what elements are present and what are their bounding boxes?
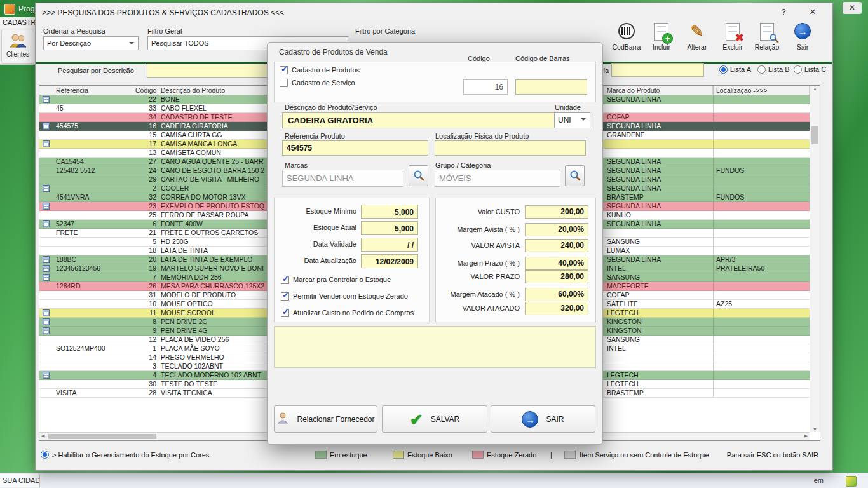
grid-header-brand: Marca do Produto bbox=[604, 86, 713, 95]
price-field-value[interactable]: 200,00 bbox=[525, 205, 588, 219]
edit-icon: ✎ bbox=[691, 21, 704, 40]
list-radio-label: Lista C bbox=[804, 65, 826, 73]
grid-cell-ic bbox=[39, 353, 53, 362]
checkbox-permitir-vender-com-estoque-zerado[interactable]: Permitir Vender com Estoque Zerado bbox=[281, 291, 408, 301]
grid-cell-loc bbox=[713, 344, 810, 353]
price-field-value[interactable]: 320,00 bbox=[525, 302, 588, 315]
price-field-value[interactable]: 20,00% bbox=[525, 223, 588, 236]
people-icon bbox=[8, 32, 27, 51]
vertical-scrollbar[interactable]: ▲ ▼ bbox=[810, 86, 820, 432]
grid-cell-ref bbox=[53, 175, 135, 184]
tray-icon[interactable] bbox=[846, 476, 857, 487]
grid-cell-ref: 125482 5512 bbox=[53, 166, 135, 175]
grid-cell-ref bbox=[53, 211, 135, 219]
grupo-search-button[interactable] bbox=[565, 165, 585, 186]
grid-cell-cod: 26 bbox=[135, 282, 158, 290]
grid-cell-cod: 1 bbox=[135, 344, 158, 353]
unidade-select[interactable]: UNI bbox=[554, 112, 590, 128]
codigo-barras-field[interactable] bbox=[515, 79, 587, 95]
scroll-up-icon[interactable]: ▲ bbox=[810, 86, 820, 91]
notes-field[interactable] bbox=[274, 326, 596, 368]
horizontal-scroll-thumb[interactable] bbox=[48, 434, 156, 439]
tray-text: em bbox=[814, 477, 824, 484]
grid-cell-ref: 45 bbox=[53, 104, 135, 112]
grid-cell-loc bbox=[713, 362, 810, 370]
codbarra-button[interactable]: CodBarra bbox=[610, 21, 643, 60]
stock-field-value[interactable]: / / bbox=[361, 238, 418, 252]
checkbox-label: Marcar pra Controlar o Estoque bbox=[293, 276, 391, 283]
grid-cell-loc bbox=[713, 211, 810, 219]
grid-cell-ref: VISITA bbox=[53, 389, 135, 397]
incluir-button[interactable]: +Incluir bbox=[645, 21, 678, 60]
stock-control-icon bbox=[43, 220, 50, 227]
referencia-input[interactable]: 454575 bbox=[282, 140, 428, 156]
grid-cell-marca: SANSUNG bbox=[604, 238, 713, 246]
search-icon bbox=[569, 170, 581, 181]
order-select[interactable]: Por Descrição bbox=[43, 36, 139, 50]
marcas-search-button[interactable] bbox=[409, 165, 428, 186]
grid-cell-ic bbox=[39, 202, 53, 210]
checkbox-checked-icon bbox=[281, 309, 289, 317]
barcode-icon bbox=[618, 23, 635, 39]
vertical-scroll-thumb[interactable] bbox=[811, 126, 818, 144]
sair-dialog-button[interactable]: →SAIR bbox=[491, 405, 595, 433]
list-radio-lista-b[interactable]: Lista B bbox=[757, 65, 790, 74]
main-close-button[interactable]: ✕ bbox=[843, 2, 862, 14]
checkbox-cadastro-de-servi-o[interactable]: Cadastro de Serviço bbox=[280, 78, 355, 88]
checkbox-marcar-pra-controlar-o-estoque[interactable]: Marcar pra Controlar o Estoque bbox=[281, 274, 391, 285]
scroll-left-icon[interactable]: ◀ bbox=[41, 433, 44, 438]
stock-control-icon bbox=[43, 327, 50, 334]
price-field-value[interactable]: 240,00 bbox=[525, 239, 588, 252]
price-field-value[interactable]: 40,00% bbox=[525, 257, 588, 270]
grid-cell-ref bbox=[53, 336, 135, 344]
grid-cell-loc bbox=[713, 318, 810, 326]
price-field-value[interactable]: 60,00% bbox=[525, 288, 588, 301]
stock-field-value[interactable]: 5,000 bbox=[361, 205, 418, 219]
grid-cell-ic bbox=[39, 247, 53, 255]
grid-cell-cod: 20 bbox=[135, 255, 158, 264]
checkbox-label: Cadastro de Serviço bbox=[292, 79, 355, 86]
stock-field-value[interactable]: 5,000 bbox=[361, 221, 418, 235]
color-management-label: > Habilitar o Gerenciamento do Estoque p… bbox=[52, 451, 209, 459]
grid-header-code: Código bbox=[135, 86, 158, 95]
descricao-input[interactable]: CADEIRA GIRATORIA bbox=[282, 112, 555, 128]
clientes-button[interactable]: Clientes bbox=[1, 30, 34, 64]
relacionar-fornecedor-button[interactable]: Relacionar Fornecedor bbox=[274, 405, 377, 433]
dialog-title: Cadastro de Produtos de Venda bbox=[279, 48, 388, 57]
person-icon bbox=[276, 412, 289, 426]
legend-bar: > Habilitar o Gerenciamento do Estoque p… bbox=[36, 448, 832, 463]
grid-cell-cod: 25 bbox=[135, 211, 158, 219]
relacao-button[interactable]: Relação bbox=[750, 21, 783, 60]
grid-cell-marca: SEGUNDA LINHA bbox=[604, 175, 713, 184]
salvar-button[interactable]: ✔SALVAR bbox=[382, 405, 487, 433]
grid-cell-loc bbox=[713, 247, 810, 255]
checkbox-atualizar-custo-no-pedido-de-compras[interactable]: Atualizar Custo no Pedido de Compras bbox=[281, 308, 414, 318]
help-button[interactable]: ? bbox=[774, 6, 793, 18]
scroll-down-icon[interactable]: ▼ bbox=[810, 427, 820, 431]
stock-field-value[interactable]: 12/02/2009 bbox=[361, 254, 418, 268]
excluir-button[interactable]: ✖Excluir bbox=[716, 21, 749, 60]
product-register-dialog: Cadastro de Produtos de Venda Cadastro d… bbox=[267, 42, 603, 445]
grid-cell-cod: 30 bbox=[135, 380, 158, 388]
grid-cell-cod: 24 bbox=[135, 166, 158, 175]
close-icon[interactable]: ✕ bbox=[803, 6, 822, 18]
grid-cell-ic bbox=[39, 175, 53, 184]
grid-cell-marca bbox=[604, 104, 713, 112]
price-field-value[interactable]: 280,00 bbox=[525, 270, 588, 283]
search-desc-input[interactable] bbox=[147, 64, 268, 78]
scroll-right-icon[interactable]: ▶ bbox=[804, 433, 808, 438]
sair-button[interactable]: →Sair bbox=[786, 21, 819, 60]
grid-cell-marca: SEGUNDA LINHA bbox=[604, 95, 713, 104]
localizacao-input[interactable] bbox=[435, 140, 586, 156]
color-management-radio[interactable] bbox=[41, 451, 49, 459]
stock-control-icon bbox=[43, 372, 50, 379]
list-radio-lista-a[interactable]: Lista A bbox=[719, 65, 751, 74]
alterar-button[interactable]: ✎Alterar bbox=[681, 21, 714, 60]
grid-cell-cod: 10 bbox=[135, 300, 158, 308]
search-cat-input[interactable] bbox=[611, 63, 704, 77]
pesquisa-window-title: >>> PESQUISA DOS PRODUTOS & SERVIÇOS CAD… bbox=[42, 8, 284, 17]
checkbox-cadastro-de-produtos[interactable]: Cadastro de Produtos bbox=[280, 65, 360, 75]
grid-cell-ref bbox=[53, 291, 135, 299]
grid-cell-loc bbox=[713, 336, 810, 344]
list-radio-lista-c[interactable]: Lista C bbox=[794, 65, 826, 74]
